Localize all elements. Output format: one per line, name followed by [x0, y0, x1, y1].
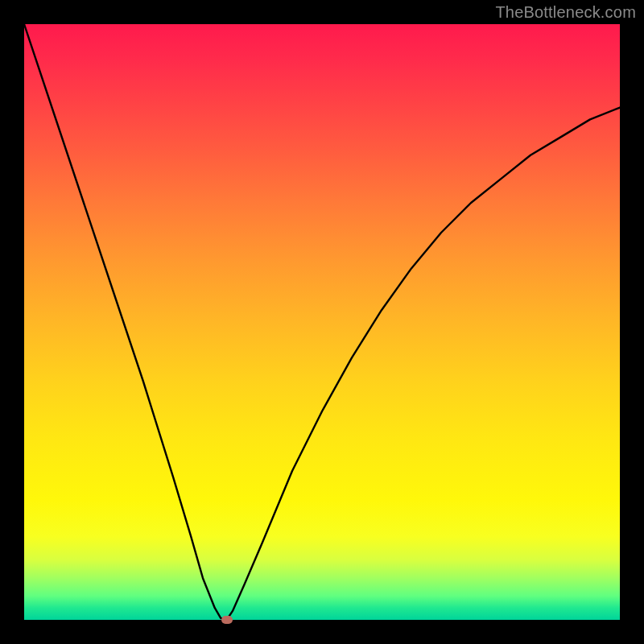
optimal-point-marker [221, 616, 233, 624]
chart-frame: TheBottleneck.com [0, 0, 644, 644]
watermark-text: TheBottleneck.com [495, 3, 636, 22]
bottleneck-curve [24, 24, 620, 620]
chart-plot-area [24, 24, 620, 620]
curve-path [24, 24, 620, 620]
